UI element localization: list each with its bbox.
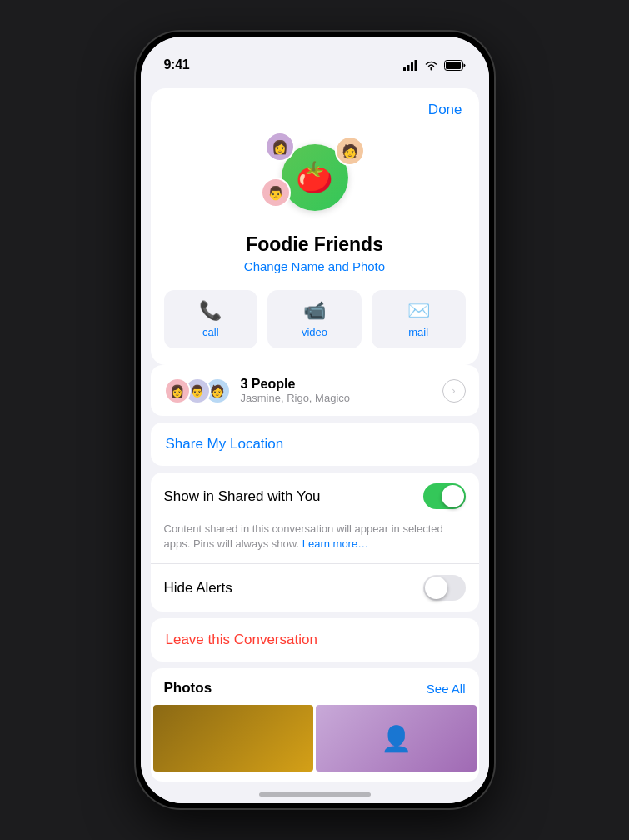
call-label: call xyxy=(202,326,219,338)
see-all-button[interactable]: See All xyxy=(427,682,466,696)
svg-rect-3 xyxy=(414,60,417,71)
people-list-item[interactable]: 👩 👨 🧑 3 People Jasmine, Rigo, Magico › xyxy=(151,365,479,416)
content-scroll[interactable]: Done 👩 👨 🧑 🍅 Foodie Friends xyxy=(141,82,489,803)
avatar-3: 🧑 xyxy=(335,136,365,166)
leave-conversation-button[interactable]: Leave this Conversation xyxy=(151,618,479,662)
main-sheet: Done 👩 👨 🧑 🍅 Foodie Friends xyxy=(151,88,479,365)
people-section: 👩 👨 🧑 3 People Jasmine, Rigo, Magico › xyxy=(151,365,479,416)
video-label: video xyxy=(302,326,327,338)
home-indicator xyxy=(259,792,371,797)
share-location-section: Share My Location xyxy=(151,422,479,466)
hide-alerts-toggle[interactable] xyxy=(423,575,466,601)
status-icons xyxy=(403,60,466,71)
svg-rect-5 xyxy=(446,62,461,69)
wifi-icon xyxy=(424,60,438,71)
mail-button[interactable]: ✉️ mail xyxy=(372,290,466,348)
status-time: 9:41 xyxy=(164,58,190,72)
photos-section: Photos See All 👤 xyxy=(151,668,479,782)
phone-screen: 9:41 xyxy=(141,37,489,803)
person-avatar-1: 👩 xyxy=(164,378,191,404)
change-name-photo-link[interactable]: Change Name and Photo xyxy=(244,259,385,273)
done-button[interactable]: Done xyxy=(428,102,462,118)
status-bar: 9:41 xyxy=(141,37,489,82)
photo-thumb-1 xyxy=(153,705,314,772)
phone-frame: 9:41 xyxy=(136,32,494,808)
battery-icon xyxy=(444,60,466,71)
people-count: 3 People xyxy=(241,377,442,392)
shared-with-you-description: Content shared in this conversation will… xyxy=(151,520,479,563)
phone-wrapper: 9:41 xyxy=(0,0,629,840)
photos-title: Photos xyxy=(164,680,212,697)
call-icon: 📞 xyxy=(199,300,222,322)
photos-header: Photos See All xyxy=(151,668,479,705)
avatar-1: 👩 xyxy=(265,132,295,162)
group-name: Foodie Friends xyxy=(246,233,383,256)
signal-icon xyxy=(403,60,418,71)
mail-label: mail xyxy=(408,326,428,338)
avatar-cluster: 👩 👨 🧑 🍅 xyxy=(261,132,369,223)
toggle-thumb-on xyxy=(442,485,464,508)
people-names: Jasmine, Rigo, Magico xyxy=(241,392,442,404)
svg-rect-2 xyxy=(411,62,413,71)
photo-thumb-2: 👤 xyxy=(316,705,477,772)
shared-with-you-section: Show in Shared with You Content shared i… xyxy=(151,472,479,612)
shared-with-you-label: Show in Shared with You xyxy=(164,488,423,505)
add-remove-chevron[interactable]: › xyxy=(442,379,466,402)
toggle-thumb-off xyxy=(425,577,447,599)
shared-with-you-row: Show in Shared with You xyxy=(151,472,479,520)
done-row: Done xyxy=(151,88,479,125)
people-text: 3 People Jasmine, Rigo, Magico xyxy=(241,377,442,404)
shared-with-you-toggle[interactable] xyxy=(423,483,466,509)
hide-alerts-label: Hide Alerts xyxy=(164,580,423,597)
learn-more-link[interactable]: Learn more… xyxy=(302,538,368,550)
avatar-2: 👨 xyxy=(261,178,291,208)
leave-section: Leave this Conversation xyxy=(151,618,479,662)
mail-icon: ✉️ xyxy=(407,300,430,322)
action-row: 📞 call 📹 video ✉️ mail xyxy=(151,290,479,365)
svg-rect-0 xyxy=(403,68,406,71)
call-button[interactable]: 📞 call xyxy=(164,290,258,348)
people-item-left: 👩 👨 🧑 3 People Jasmine, Rigo, Magico xyxy=(164,377,442,404)
share-location-button[interactable]: Share My Location xyxy=(151,422,479,466)
video-button[interactable]: 📹 video xyxy=(267,290,362,348)
svg-rect-1 xyxy=(407,65,409,71)
people-avatars: 👩 👨 🧑 xyxy=(164,378,231,404)
photos-grid: 👤 xyxy=(151,705,479,782)
group-header: 👩 👨 🧑 🍅 Foodie Friends Change Name and P… xyxy=(151,125,479,290)
hide-alerts-row: Hide Alerts xyxy=(151,563,479,612)
video-icon: 📹 xyxy=(303,300,326,322)
